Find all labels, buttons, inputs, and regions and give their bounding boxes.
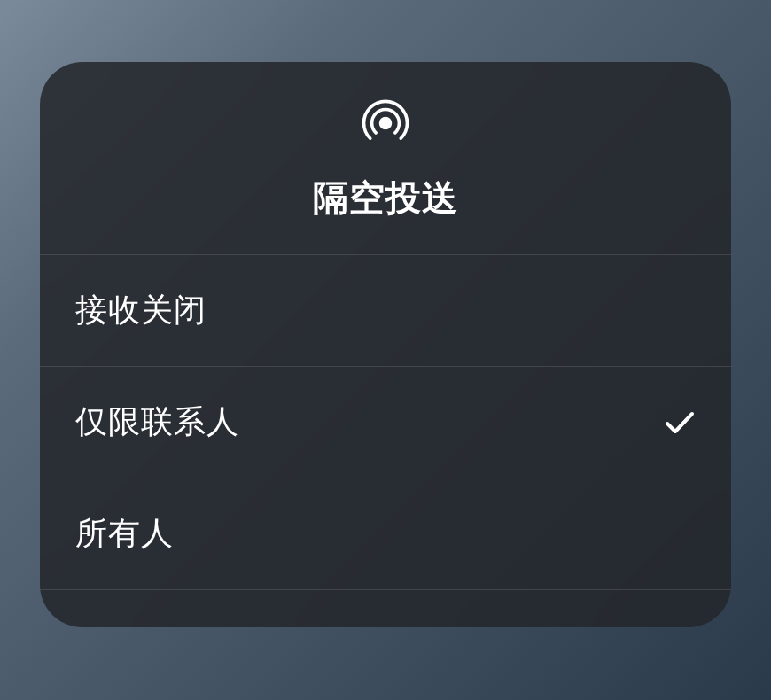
checkmark-icon — [664, 407, 696, 439]
option-receiving-off[interactable]: 接收关闭 — [40, 255, 731, 367]
option-label: 所有人 — [75, 512, 174, 556]
airdrop-settings-panel: 隔空投送 接收关闭 仅限联系人 所有人 — [40, 62, 731, 627]
option-label: 接收关闭 — [75, 289, 206, 332]
option-everyone[interactable]: 所有人 — [40, 478, 731, 590]
panel-title: 隔空投送 — [313, 174, 458, 222]
svg-point-0 — [381, 119, 391, 128]
airdrop-icon — [360, 97, 411, 149]
option-contacts-only[interactable]: 仅限联系人 — [40, 367, 731, 478]
options-list: 接收关闭 仅限联系人 所有人 — [40, 255, 731, 590]
option-label: 仅限联系人 — [75, 401, 239, 444]
panel-spacer — [40, 590, 731, 627]
panel-header: 隔空投送 — [40, 62, 731, 255]
